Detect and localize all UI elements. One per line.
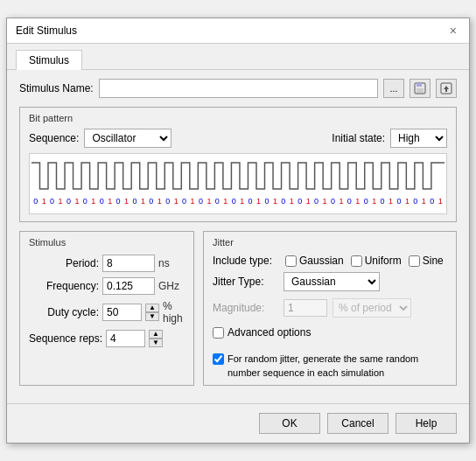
bit-11: 1 — [122, 197, 130, 206]
jitter-type-label: Jitter Type: — [213, 276, 278, 288]
export-button[interactable] — [436, 79, 457, 98]
period-row: Period: ns — [29, 255, 185, 272]
bit-21: 1 — [205, 197, 213, 206]
bit-45: 1 — [403, 197, 411, 206]
close-button[interactable]: × — [446, 24, 460, 38]
bit-43: 1 — [387, 197, 395, 206]
stimulus-name-input[interactable] — [99, 79, 378, 98]
duty-cycle-spinner: ▲ ▼ — [145, 304, 159, 321]
sine-label: Sine — [423, 255, 444, 267]
duty-cycle-input[interactable] — [102, 304, 142, 321]
cancel-button[interactable]: Cancel — [327, 413, 388, 434]
initial-state-group: Initial state: High Low — [332, 129, 447, 148]
bit-42: 0 — [378, 197, 386, 206]
tab-bar: Stimulus — [7, 44, 469, 70]
svg-rect-2 — [416, 88, 424, 93]
initial-state-select[interactable]: High Low — [390, 129, 447, 148]
sequence-select[interactable]: Oscillator Custom PRBS — [84, 129, 172, 148]
duty-cycle-down[interactable]: ▼ — [145, 312, 159, 321]
bit-10: 0 — [114, 197, 122, 206]
tab-stimulus[interactable]: Stimulus — [16, 50, 82, 70]
bit-pattern-controls: Sequence: Oscillator Custom PRBS Initial… — [29, 129, 447, 148]
bit-pattern-label: Bit pattern — [29, 113, 447, 123]
bit-44: 0 — [395, 197, 402, 206]
bit-36: 0 — [329, 197, 337, 206]
bit-labels: 0 1 0 1 0 1 0 1 0 1 0 1 0 1 0 1 0 — [30, 197, 446, 207]
svg-rect-5 — [445, 88, 447, 92]
bit-12: 0 — [130, 197, 138, 206]
advanced-options-row: Advanced options — [213, 326, 447, 339]
random-jitter-row: For random jitter, generate the same ran… — [213, 353, 447, 380]
bit-20: 0 — [197, 197, 205, 206]
save-button[interactable] — [410, 79, 430, 98]
magnitude-input — [284, 299, 327, 317]
svg-rect-1 — [416, 83, 422, 87]
duty-cycle-up[interactable]: ▲ — [145, 304, 159, 312]
dialog-content: Stimulus Name: ... Bit pattern — [7, 70, 469, 395]
bit-32: 0 — [296, 197, 304, 206]
sequence-label: Sequence: — [29, 132, 79, 144]
bit-4: 0 — [65, 197, 73, 206]
jitter-type-select[interactable]: Gaussian Uniform Sine — [284, 272, 380, 291]
jitter-panel: Jitter Include type: Gaussian Uniform Si… — [203, 231, 457, 386]
sine-checkbox-label[interactable]: Sine — [409, 255, 444, 267]
include-type-row: Include type: Gaussian Uniform Sine — [213, 255, 447, 267]
bit-33: 1 — [304, 197, 312, 206]
sine-checkbox[interactable] — [409, 255, 420, 267]
sequence-group: Sequence: Oscillator Custom PRBS — [29, 129, 172, 148]
frequency-label: Frequency: — [29, 280, 99, 292]
bit-2: 0 — [48, 197, 56, 206]
frequency-unit: GHz — [158, 280, 179, 292]
gaussian-label: Gaussian — [299, 255, 344, 267]
sequence-reps-down[interactable]: ▼ — [149, 339, 163, 347]
bit-25: 1 — [238, 197, 246, 206]
sequence-reps-up[interactable]: ▲ — [149, 330, 163, 339]
include-type-label: Include type: — [213, 255, 278, 267]
frequency-row: Frequency: GHz — [29, 277, 185, 295]
bit-7: 1 — [89, 197, 97, 206]
bit-5: 1 — [73, 197, 80, 206]
bit-18: 0 — [180, 197, 188, 206]
random-jitter-checkbox[interactable] — [213, 353, 224, 365]
gaussian-checkbox-label[interactable]: Gaussian — [285, 255, 344, 267]
gaussian-checkbox[interactable] — [285, 255, 297, 267]
bit-14: 0 — [147, 197, 155, 206]
bit-3: 1 — [56, 197, 64, 206]
bit-22: 0 — [214, 197, 221, 206]
bit-9: 1 — [106, 197, 114, 206]
magnitude-row: Magnitude: % of period ps ns — [213, 298, 447, 318]
frequency-input[interactable] — [102, 277, 155, 295]
dialog-title: Edit Stimulus — [16, 24, 77, 37]
bit-46: 0 — [411, 197, 419, 206]
svg-rect-6 — [30, 154, 446, 198]
bit-1: 1 — [39, 197, 47, 206]
bit-29: 1 — [271, 197, 279, 206]
bit-37: 1 — [337, 197, 345, 206]
uniform-checkbox[interactable] — [351, 255, 362, 267]
bit-27: 1 — [255, 197, 262, 206]
bit-0: 0 — [32, 197, 39, 206]
duty-cycle-unit: % high — [163, 300, 185, 325]
bit-28: 0 — [262, 197, 270, 206]
bit-30: 0 — [279, 197, 287, 206]
jitter-panel-title: Jitter — [213, 237, 447, 248]
sequence-reps-input[interactable] — [106, 330, 145, 347]
bit-38: 0 — [346, 197, 354, 206]
help-button[interactable]: Help — [396, 413, 457, 434]
uniform-checkbox-label[interactable]: Uniform — [351, 255, 402, 267]
period-unit: ns — [158, 257, 170, 269]
period-input[interactable] — [102, 255, 155, 272]
save-icon — [414, 82, 426, 94]
advanced-options-label: Advanced options — [228, 326, 311, 339]
export-icon — [440, 82, 452, 94]
advanced-options-checkbox[interactable] — [213, 327, 224, 339]
bit-48: 0 — [428, 197, 436, 206]
uniform-label: Uniform — [365, 255, 402, 267]
bit-17: 1 — [172, 197, 179, 206]
stimulus-panel-title: Stimulus — [29, 237, 185, 248]
dots-button[interactable]: ... — [383, 79, 404, 98]
initial-state-label: Initial state: — [332, 132, 385, 144]
period-label: Period: — [29, 257, 99, 269]
ok-button[interactable]: OK — [259, 413, 320, 434]
stimulus-name-row: Stimulus Name: ... — [19, 79, 457, 98]
